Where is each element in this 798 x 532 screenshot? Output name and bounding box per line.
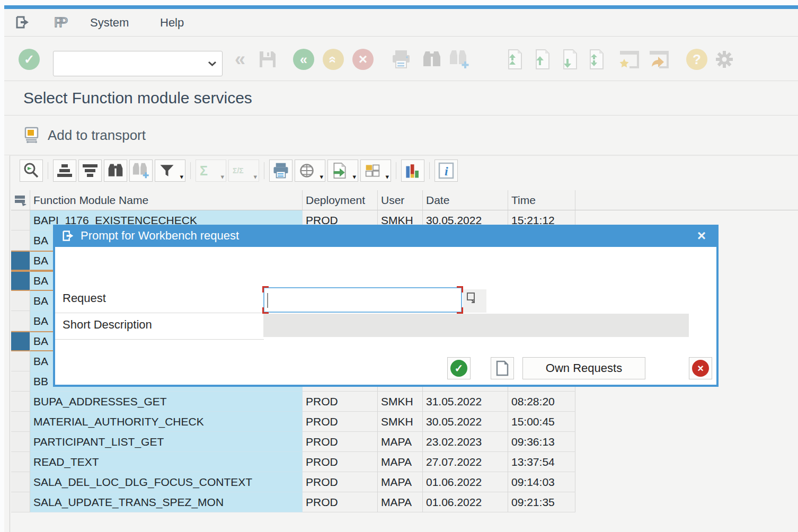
column-header-name[interactable]: Function Module Name	[30, 190, 303, 210]
dialog-close-button[interactable]: ×	[694, 228, 709, 243]
dialog-title-bar[interactable]: Prompt for Workbench request ×	[55, 225, 716, 247]
row-select-cell[interactable]	[11, 230, 30, 251]
enter-button[interactable]: ✓	[18, 48, 40, 70]
save-button[interactable]	[256, 48, 279, 70]
row-select-cell[interactable]	[11, 271, 30, 291]
workbench-request-dialog: Prompt for Workbench request × Request S…	[53, 225, 719, 387]
row-select-cell[interactable]	[11, 392, 30, 412]
sort-ascending-icon	[56, 162, 74, 179]
layout-grid-icon	[365, 163, 380, 179]
table-row[interactable]: BUPA_ADDRESSES_GET PROD SMKH 31.05.2022 …	[11, 392, 575, 412]
export-button[interactable]: ▾	[327, 159, 358, 182]
field-separator	[55, 339, 264, 340]
request-label: Request	[63, 291, 106, 305]
row-select-cell[interactable]	[11, 210, 30, 230]
sort-descending-button[interactable]	[78, 159, 102, 182]
help-button[interactable]: ?	[686, 48, 708, 70]
sum-button[interactable]: Σ ▾	[196, 159, 226, 182]
toolbar-separator	[429, 162, 430, 179]
graphics-button[interactable]	[401, 159, 424, 182]
row-select-cell[interactable]	[11, 412, 30, 432]
request-input[interactable]	[263, 287, 462, 313]
cancel-dialog-button[interactable]: ×	[689, 357, 712, 379]
page-up-button[interactable]	[531, 48, 553, 70]
create-request-button[interactable]	[491, 357, 514, 379]
check-icon: ✓	[450, 360, 467, 377]
last-page-button[interactable]	[585, 48, 607, 70]
row-select-cell[interactable]	[11, 432, 30, 452]
row-select-cell[interactable]	[11, 371, 30, 392]
row-select-cell[interactable]	[11, 331, 30, 351]
screen-menu-icon[interactable]	[15, 15, 31, 31]
sort-ascending-button[interactable]	[53, 159, 76, 182]
first-page-button[interactable]	[503, 48, 526, 70]
filter-button[interactable]: ▾	[155, 159, 185, 182]
choose-layout-button[interactable]: ▾	[360, 159, 391, 182]
filter-icon	[159, 163, 175, 179]
page-title: Select Function module services	[23, 89, 252, 107]
column-header-user[interactable]: User	[378, 190, 423, 210]
chevron-down-icon	[208, 61, 217, 67]
cancel-button[interactable]: ×	[352, 48, 374, 70]
cell-time: 09:36:13	[508, 432, 575, 452]
table-row[interactable]: SALA_UPDATE_TRANS_SPEZ_MON PROD MAPA 01.…	[11, 492, 575, 512]
sap-gui-screen: PP System Help ✓ « « « ×	[0, 0, 798, 532]
add-to-transport-button[interactable]: Add to transport	[23, 127, 146, 144]
collapse-toolbar-button[interactable]: «	[229, 48, 251, 70]
cell-name: BUPA_ADDRESSES_GET	[30, 392, 303, 412]
column-header-date[interactable]: Date	[423, 190, 508, 210]
row-select-cell[interactable]	[11, 492, 30, 512]
field-separator	[55, 313, 264, 313]
subtotals-button[interactable]: Σ/Σ ▾	[228, 159, 259, 182]
views-button[interactable]: ▾	[295, 159, 325, 182]
table-row[interactable]: PARTICIPANT_LIST_GET PROD MAPA 23.02.202…	[11, 432, 575, 452]
info-button[interactable]: i	[435, 159, 458, 182]
command-field[interactable]	[53, 51, 223, 76]
find-button-grid[interactable]	[104, 159, 127, 182]
row-select-cell[interactable]	[11, 452, 30, 472]
row-select-cell[interactable]	[11, 251, 30, 271]
back-button[interactable]: «	[292, 48, 315, 70]
cell-date: 01.06.2022	[423, 472, 508, 492]
row-select-cell[interactable]	[11, 311, 30, 331]
row-select-cell[interactable]	[11, 291, 30, 311]
row-select-cell[interactable]	[11, 351, 30, 371]
row-select-cell[interactable]	[11, 472, 30, 492]
print-button[interactable]	[390, 48, 412, 70]
magnifier-icon	[22, 162, 40, 180]
new-session-button[interactable]	[618, 48, 640, 70]
menu-item-help[interactable]: Help	[160, 16, 184, 30]
menu-item-system[interactable]: System	[90, 16, 129, 30]
value-help-button[interactable]	[463, 289, 486, 313]
cell-name: MATERIAL_AUTHORITY_CHECK	[30, 412, 303, 432]
create-shortcut-button[interactable]	[648, 48, 670, 70]
save-icon	[258, 49, 278, 69]
views-icon	[299, 163, 315, 179]
screen-icon	[61, 230, 75, 242]
window-star-icon	[618, 49, 640, 69]
find-next-button[interactable]	[448, 48, 471, 70]
text-cursor	[267, 293, 268, 308]
customize-layout-button[interactable]	[713, 48, 735, 70]
find-next-button-grid[interactable]	[129, 159, 153, 182]
continue-button[interactable]: ✓	[447, 357, 471, 379]
x-icon: ×	[692, 360, 709, 377]
dialog-title: Prompt for Workbench request	[81, 229, 239, 243]
print-button-grid[interactable]	[269, 159, 292, 182]
find-button[interactable]	[421, 48, 443, 70]
table-row[interactable]: READ_TEXT PROD MAPA 27.07.2022 13:37:54	[11, 452, 575, 472]
table-row[interactable]: SALA_DEL_LOC_DLG_FOCUS_CONTEXT PROD MAPA…	[11, 472, 575, 492]
exit-button[interactable]: «	[322, 48, 344, 70]
page-up-icon	[533, 49, 552, 70]
column-header-deployment[interactable]: Deployment	[303, 190, 378, 210]
table-row[interactable]: MATERIAL_AUTHORITY_CHECK PROD SMKH 30.05…	[11, 412, 575, 432]
own-requests-button[interactable]: Own Requests	[522, 357, 645, 379]
svg-text:P: P	[59, 14, 68, 30]
cell-user: MAPA	[378, 492, 423, 512]
page-down-button[interactable]	[558, 48, 581, 70]
menu-caret-icon: ▾	[385, 173, 389, 180]
column-header-time[interactable]: Time	[508, 190, 575, 210]
details-button[interactable]	[20, 159, 43, 182]
select-all-header[interactable]	[11, 190, 30, 210]
cell-deployment: PROD	[303, 452, 378, 472]
